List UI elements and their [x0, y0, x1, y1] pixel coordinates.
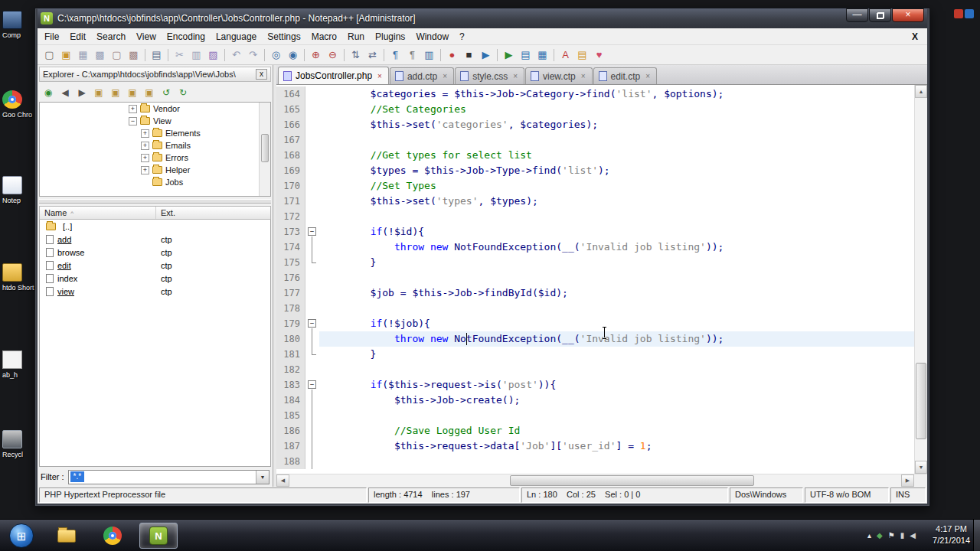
code-line-181[interactable]: 181 }	[276, 347, 914, 362]
word-wrap-icon[interactable]: ¶	[387, 47, 403, 63]
fold-collapse-icon[interactable]: −	[308, 227, 316, 236]
show-all-chars-icon[interactable]: ¶	[404, 47, 420, 63]
fold-marker[interactable]: −	[305, 224, 319, 240]
code-line-173[interactable]: 173− if(!$id){	[276, 224, 914, 240]
menu-plugins[interactable]: Plugins	[370, 30, 410, 44]
explorer-refresh-all-icon[interactable]: ↻	[175, 86, 191, 100]
taskbar-chrome-button[interactable]	[93, 523, 132, 549]
doc-map-icon[interactable]: ▦	[534, 47, 550, 63]
editor-vertical-scrollbar[interactable]: ▲ ▼	[914, 85, 927, 474]
menu-settings[interactable]: Settings	[262, 30, 305, 44]
scroll-down-icon[interactable]: ▼	[915, 461, 927, 474]
file-row-edit[interactable]: editctp	[40, 259, 270, 272]
sync-horizontal-icon[interactable]: ⇄	[364, 47, 381, 63]
desktop-icon-htdocs-shortcut[interactable]: htdo Short	[2, 263, 34, 292]
tab-style-css[interactable]: style.css×	[455, 67, 524, 84]
horizontal-scrollbar-thumb[interactable]	[510, 475, 755, 486]
explorer-back-icon[interactable]: ◀	[57, 86, 73, 100]
filter-combobox[interactable]: *.* ▼	[68, 470, 270, 484]
sync-vertical-icon[interactable]: ⇅	[348, 47, 364, 63]
file-row-[interactable]: [..]	[40, 220, 270, 233]
explorer-splitter[interactable]	[39, 199, 271, 204]
code-line-184[interactable]: 184 $this->Job->create();	[276, 393, 914, 408]
fold-marker[interactable]: −	[305, 377, 319, 393]
save-icon[interactable]: ▦	[75, 47, 91, 63]
tree-item-elements[interactable]: +Elements	[40, 127, 270, 139]
code-line-177[interactable]: 177 $job = $this->Job->findById($id);	[276, 285, 914, 301]
code-line-167[interactable]: 167	[276, 132, 914, 148]
zoom-in-icon[interactable]: ⊕	[308, 47, 324, 63]
menu-encoding[interactable]: Encoding	[162, 30, 211, 44]
code-line-165[interactable]: 165 //Set Categories	[276, 102, 914, 117]
volume-icon[interactable]: ◀	[910, 531, 916, 540]
minimize-button[interactable]: —	[846, 8, 868, 22]
network-icon[interactable]: ▮	[900, 531, 905, 540]
code-line-178[interactable]: 178	[276, 301, 914, 316]
spell-check-icon[interactable]: A	[557, 47, 573, 63]
title-bar[interactable]: N C:\xampp\htdocs\jobfinds\app\Controlle…	[38, 8, 927, 28]
file-row-index[interactable]: indexctp	[40, 272, 270, 285]
status-insert-mode[interactable]: INS	[890, 487, 926, 503]
paste-icon[interactable]: ▨	[205, 47, 221, 63]
plus-toggle-icon[interactable]: +	[129, 105, 137, 113]
desktop-icon-computer[interactable]: Comp	[2, 11, 34, 39]
code-line-171[interactable]: 171 $this->set('types', $types);	[276, 194, 914, 209]
file-row-view[interactable]: viewctp	[40, 285, 270, 298]
column-header-ext[interactable]: Ext.	[156, 207, 270, 219]
undo-icon[interactable]: ↶	[228, 47, 244, 63]
tree-scrollbar[interactable]	[259, 103, 270, 196]
dropdown-arrow-icon[interactable]: ▼	[256, 471, 269, 484]
desktop-icon-chrome[interactable]: Goo Chro	[2, 90, 34, 119]
explorer-folder-find-icon[interactable]: ▣	[125, 86, 140, 100]
tab-view-ctp[interactable]: view.ctp×	[525, 67, 593, 84]
explorer-close-icon[interactable]: x	[256, 69, 267, 80]
menu-language[interactable]: Language	[211, 30, 262, 44]
explorer-folder-up-icon[interactable]: ▣	[91, 86, 106, 100]
tree-item-errors[interactable]: +Errors	[40, 152, 270, 164]
new-file-icon[interactable]: ▢	[41, 47, 57, 63]
plus-toggle-icon[interactable]: +	[141, 142, 149, 150]
explorer-refresh-icon[interactable]: ↺	[158, 86, 174, 100]
fold-collapse-icon[interactable]: −	[308, 380, 316, 389]
open-file-icon[interactable]: ▣	[58, 47, 74, 63]
code-line-185[interactable]: 185	[276, 408, 914, 423]
tab-add-ctp[interactable]: add.ctp×	[390, 67, 454, 84]
file-row-add[interactable]: addctp	[40, 233, 270, 246]
replace-icon[interactable]: ◉	[285, 47, 301, 63]
tray-app-icon[interactable]: ◆	[877, 531, 883, 540]
macro-record-icon[interactable]: ●	[444, 47, 460, 63]
function-list-icon[interactable]: ▤	[518, 47, 534, 63]
explorer-forward-icon[interactable]: ▶	[74, 86, 90, 100]
run-icon[interactable]: ▶	[501, 47, 517, 63]
code-line-183[interactable]: 183− if($this->request->is('post')){	[276, 377, 914, 393]
code-line-180[interactable]: 180 throw new NotFoundException(__('Inva…	[276, 331, 914, 347]
scroll-up-icon[interactable]: ▲	[915, 85, 927, 98]
plugin-heart-icon[interactable]: ♥	[591, 47, 607, 63]
code-line-164[interactable]: 164 $categories = $this->Job->Category->…	[276, 86, 914, 102]
taskbar-notepadpp-button[interactable]: N	[139, 523, 178, 549]
menu-search[interactable]: Search	[91, 30, 131, 44]
show-hidden-icons-icon[interactable]: ▴	[867, 531, 871, 540]
code-line-175[interactable]: 175 }	[276, 255, 914, 270]
doc-switcher-icon[interactable]: ▤	[574, 47, 590, 63]
tree-scrollbar-thumb[interactable]	[261, 134, 269, 162]
close-all-icon[interactable]: ▩	[126, 47, 142, 63]
fold-collapse-icon[interactable]: −	[308, 319, 316, 328]
vertical-scrollbar-thumb[interactable]	[916, 363, 926, 439]
indent-guide-icon[interactable]: ▥	[421, 47, 437, 63]
code-line-186[interactable]: 186 //Save Logged User Id	[276, 423, 914, 439]
tab-jobscontroller-php[interactable]: JobsController.php×	[278, 67, 389, 84]
scroll-left-icon[interactable]: ◀	[276, 474, 289, 487]
fold-marker[interactable]: −	[305, 316, 319, 331]
desktop-icon-ab-h[interactable]: ab_h	[2, 350, 34, 379]
zoom-out-icon[interactable]: ⊖	[325, 47, 341, 63]
cut-icon[interactable]: ✂	[172, 47, 188, 63]
plus-toggle-icon[interactable]: +	[141, 129, 149, 138]
editor-horizontal-scrollbar[interactable]: ◀ ▶	[276, 474, 927, 487]
close-file-icon[interactable]: ▢	[109, 47, 125, 63]
desktop-icon-recycle-bin[interactable]: Recycl	[2, 430, 34, 458]
tab-close-icon[interactable]: ×	[644, 72, 652, 80]
restore-button[interactable]	[869, 8, 891, 22]
find-icon[interactable]: ◎	[268, 47, 284, 63]
code-line-187[interactable]: 187 $this->request->data['Job']['user_id…	[276, 439, 914, 454]
